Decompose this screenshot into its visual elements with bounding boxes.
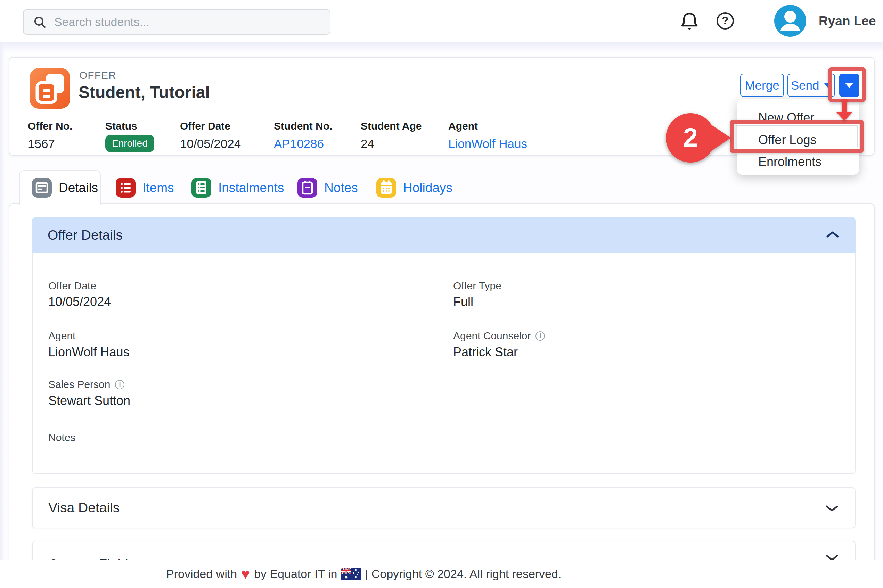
info-col-student-age: Student Age 24 — [361, 120, 422, 151]
info-col-status: Status Enrolled — [105, 120, 154, 152]
notes-tab-icon — [297, 178, 317, 198]
field-value-agent-counselor: Patrick Star — [453, 345, 518, 360]
annotation-box-inner — [736, 125, 858, 147]
search-input[interactable] — [54, 15, 320, 29]
info-label: Student Age — [361, 120, 422, 132]
tab-holidays[interactable]: Holidays — [376, 178, 452, 198]
tab-label: Holidays — [403, 181, 452, 195]
holidays-tab-icon — [376, 178, 396, 198]
australia-flag-icon — [341, 567, 361, 580]
status-badge: Enrolled — [105, 135, 154, 152]
field-label-text: Offer Type — [453, 280, 502, 292]
tab-label: Instalments — [218, 181, 284, 195]
panel-title: Visa Details — [48, 500, 120, 515]
field-label-text: Agent Counselor — [453, 330, 531, 342]
field-label-text: Sales Person — [48, 379, 110, 390]
offer-details-panel-body: Offer Date 10/05/2024 Offer Type Full Ag… — [32, 253, 856, 474]
avatar[interactable] — [774, 5, 806, 37]
field-label-text: Offer Date — [48, 280, 96, 292]
field-value-sales-person: Stewart Sutton — [48, 393, 130, 408]
info-label: Offer No. — [28, 120, 72, 132]
info-value: 10/05/2024 — [180, 137, 241, 151]
student-no-link[interactable]: AP10286 — [274, 137, 332, 151]
field-value-agent-link[interactable]: LionWolf Haus — [48, 345, 129, 360]
merge-button-label: Merge — [745, 78, 779, 92]
tab-label: Notes — [324, 181, 358, 195]
field-label-sales-person: Sales Person i — [48, 379, 125, 390]
offer-entity-icon — [30, 68, 70, 110]
footer: Provided with ♥ by Equator IT in — [0, 560, 883, 588]
entity-type-label: OFFER — [79, 69, 116, 81]
merge-button[interactable]: Merge — [740, 74, 784, 97]
tab-details[interactable]: Details — [32, 178, 98, 198]
search-icon — [33, 16, 47, 29]
annotation-step-2-balloon: 2 — [662, 111, 734, 167]
tab-notes[interactable]: Notes — [297, 178, 358, 198]
info-col-agent: Agent LionWolf Haus — [448, 120, 527, 151]
field-label-text: Agent — [48, 330, 75, 342]
field-value-offer-type: Full — [453, 294, 473, 309]
info-col-student-no: Student No. AP10286 — [274, 120, 332, 151]
annotation-arrow-down-icon — [835, 99, 853, 123]
details-tab-icon — [32, 178, 52, 198]
chevron-up-icon[interactable] — [826, 231, 839, 239]
info-label: Agent — [448, 120, 527, 132]
footer-part1: Provided with — [166, 567, 237, 581]
tab-items[interactable]: Items — [116, 178, 174, 198]
left-edge-accent — [0, 42, 5, 560]
field-label-offer-type: Offer Type — [453, 280, 502, 292]
field-label-agent-counselor: Agent Counselor i — [453, 330, 545, 342]
notifications-bell-icon[interactable] — [680, 12, 699, 32]
menu-item-enrolments[interactable]: Enrolments — [758, 154, 821, 169]
tab-label: Details — [59, 181, 98, 195]
info-label: Student No. — [274, 120, 332, 132]
heart-icon: ♥ — [241, 567, 250, 581]
top-nav: ? Ryan Lee — [0, 0, 883, 42]
info-col-offer-no: Offer No. 1567 — [28, 120, 72, 151]
field-label-text: Notes — [48, 432, 75, 444]
agent-link[interactable]: LionWolf Haus — [448, 137, 527, 151]
info-label: Status — [105, 120, 154, 132]
tab-instalments[interactable]: Instalments — [191, 178, 284, 198]
info-icon[interactable]: i — [536, 332, 545, 341]
send-button-label: Send — [791, 78, 819, 92]
field-label-agent: Agent — [48, 330, 75, 342]
help-icon[interactable]: ? — [716, 12, 734, 30]
footer-part2: by Equator IT in — [254, 567, 337, 581]
footer-part3: | Copyright © 2024. All right reserved. — [365, 567, 561, 581]
nav-divider — [757, 0, 757, 42]
info-col-offer-date: Offer Date 10/05/2024 — [180, 120, 241, 151]
annotation-step-number: 2 — [683, 123, 698, 152]
footer-text: Provided with ♥ by Equator IT in — [166, 560, 561, 588]
field-value-offer-date: 10/05/2024 — [48, 294, 111, 309]
annotation-box-offer-logs — [730, 120, 863, 153]
field-label-notes: Notes — [48, 432, 75, 444]
search-box[interactable] — [23, 9, 330, 35]
offer-details-panel-header[interactable]: Offer Details — [32, 217, 856, 253]
field-label-offer-date: Offer Date — [48, 280, 96, 292]
annotation-box-dropdown-button — [828, 67, 866, 102]
user-name[interactable]: Ryan Lee — [819, 0, 876, 42]
info-value: 24 — [361, 137, 422, 151]
info-icon[interactable]: i — [115, 380, 125, 389]
items-tab-icon — [116, 178, 135, 198]
info-value: 1567 — [28, 137, 72, 151]
chevron-down-icon[interactable] — [826, 506, 838, 513]
page-title: Student, Tutorial — [78, 82, 210, 102]
nav-shadow-band — [0, 42, 883, 52]
tab-label: Items — [143, 181, 174, 195]
instalments-tab-icon — [191, 178, 211, 198]
panel-title: Offer Details — [48, 228, 123, 243]
info-label: Offer Date — [180, 120, 241, 132]
visa-details-panel-header[interactable]: Visa Details — [32, 487, 856, 528]
